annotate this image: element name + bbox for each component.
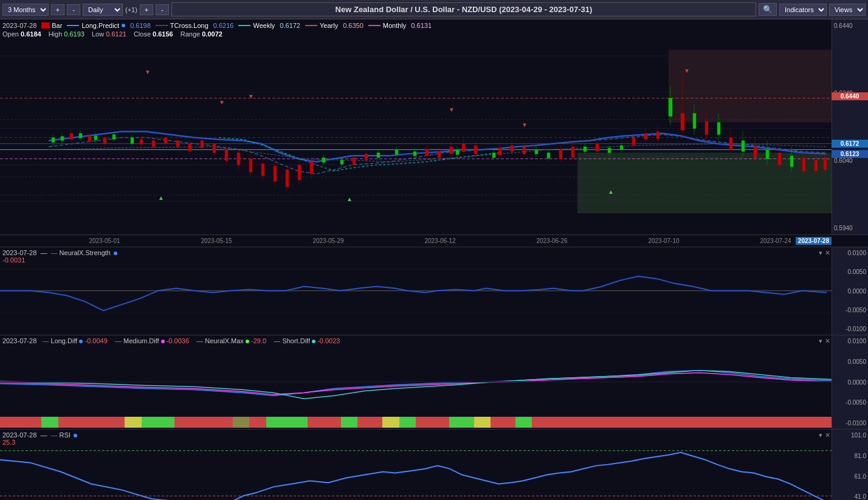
subchart3-line-icon: — xyxy=(51,431,58,439)
svg-rect-119 xyxy=(559,149,562,159)
subchart1-header: 2023-07-28 — — NeuralX.Strength -0.0031 xyxy=(2,249,117,264)
svg-text:▼: ▼ xyxy=(522,122,528,129)
long-predict-indicator: Long.Predict 0.6198 xyxy=(67,22,150,29)
subchart2-controls: ▾ ✕ xyxy=(819,337,830,345)
svg-rect-53 xyxy=(693,114,696,129)
long-predict-label: Long.Predict xyxy=(81,22,119,29)
svg-rect-75 xyxy=(176,140,179,146)
svg-rect-35 xyxy=(413,151,416,156)
tcross-val: 0.6216 xyxy=(213,22,234,29)
svg-rect-59 xyxy=(766,149,769,159)
period-add-btn[interactable]: + xyxy=(51,4,64,15)
color-seg-1 xyxy=(0,417,25,428)
svg-rect-6 xyxy=(669,50,832,123)
chart-date: 2023-07-28 xyxy=(2,22,36,29)
count-add-btn[interactable]: + xyxy=(140,4,153,15)
date-axis-labels: 2023-05-01 2023-05-15 2023-05-29 2023-06… xyxy=(49,238,832,244)
svg-rect-47 xyxy=(608,148,611,152)
subchart2-date: 2023-07-28 xyxy=(2,337,36,344)
low-item: Low 0.6121 xyxy=(92,30,126,38)
subchart3-close-btn[interactable]: ✕ xyxy=(825,431,830,439)
subchart2-mediumdiff-label: Medium.Diff xyxy=(123,337,159,344)
svg-rect-113 xyxy=(498,148,501,155)
svg-rect-109 xyxy=(462,143,465,151)
svg-rect-77 xyxy=(188,143,191,151)
svg-rect-29 xyxy=(340,160,343,164)
main-chart: ▼ ▼ ▼ ▼ ▼ ▼ ▲ ▲ ▲ 2023-07-28 Bar Long.Pr… xyxy=(0,19,868,235)
svg-rect-111 xyxy=(474,145,477,154)
monthly-indicator: Monthly 0.6131 xyxy=(368,22,432,29)
color-seg-22 xyxy=(399,417,416,428)
svg-rect-105 xyxy=(438,151,441,157)
subchart3-collapse-btn[interactable]: ▾ xyxy=(819,431,822,439)
tcross-label: TCross.Long xyxy=(170,22,208,29)
color-seg-29 xyxy=(532,417,832,428)
svg-rect-123 xyxy=(596,143,599,151)
period-sub-btn[interactable]: - xyxy=(67,4,80,15)
svg-text:▼: ▼ xyxy=(684,67,690,74)
svg-rect-61 xyxy=(790,156,793,166)
period-select[interactable]: 3 Months 1 Month 6 Months 1 Year xyxy=(2,4,49,16)
subchart2-shortdiff-label: Short.Diff xyxy=(282,337,310,344)
svg-rect-79 xyxy=(201,140,204,148)
subchart1-close-btn[interactable]: ✕ xyxy=(825,249,830,257)
svg-text:▼: ▼ xyxy=(145,69,151,75)
svg-rect-41 xyxy=(535,149,538,154)
subchart2-longdiff-val: -0.0049 xyxy=(84,337,107,344)
subchart1-scale: 0.0100 0.0050 0.0000 -0.0050 -0.0100 xyxy=(832,247,868,335)
svg-rect-57 xyxy=(742,140,745,151)
svg-rect-55 xyxy=(717,123,720,135)
subchart-neuralx-strength: 2023-07-28 — — NeuralX.Strength -0.0031 … xyxy=(0,247,868,335)
close-item: Close 0.6156 xyxy=(134,30,173,38)
color-seg-5 xyxy=(83,417,100,428)
color-seg-23 xyxy=(416,417,432,428)
yearly-indicator: Yearly 0.6350 xyxy=(305,22,363,29)
scale2-0100: 0.0100 xyxy=(834,338,866,344)
svg-rect-49 xyxy=(620,145,623,149)
svg-rect-117 xyxy=(523,146,526,154)
subchart2-collapse-btn[interactable]: ▾ xyxy=(819,337,822,345)
tcross-icon xyxy=(156,25,168,26)
svg-rect-129 xyxy=(656,131,660,139)
svg-rect-107 xyxy=(450,146,453,154)
svg-text:▼: ▼ xyxy=(248,93,254,100)
svg-rect-91 xyxy=(274,166,277,181)
timeframe-select[interactable]: Daily Weekly 1 Hour xyxy=(83,4,123,16)
svg-rect-87 xyxy=(249,159,252,172)
svg-text:▲: ▲ xyxy=(158,194,164,201)
weekly-icon xyxy=(238,25,250,26)
color-seg-2 xyxy=(25,417,41,428)
subchart1-svg xyxy=(0,247,832,335)
color-seg-18 xyxy=(324,417,340,428)
svg-rect-23 xyxy=(112,134,115,139)
open-item: Open 0.6184 xyxy=(2,30,41,38)
yearly-price-badge: 0.6440 xyxy=(832,92,868,100)
indicators-select[interactable]: Indicators xyxy=(779,4,827,16)
current-date-badge: 2023-07-28 xyxy=(796,237,832,245)
bar-label: Bar xyxy=(52,22,62,29)
subchart-rsi: 2023-07-28 — — RSI 25.3 ▾ ✕ 101.0 81.0 6… xyxy=(0,430,868,500)
subchart2-mediumdiff-val: -0.0036 xyxy=(167,337,189,344)
svg-rect-65 xyxy=(88,135,91,141)
svg-text:▲: ▲ xyxy=(608,188,614,195)
date-label-2: 2023-05-15 xyxy=(201,238,232,244)
color-seg-7 xyxy=(125,417,141,428)
svg-rect-27 xyxy=(322,157,325,162)
svg-rect-99 xyxy=(353,157,356,165)
scale2-n0100: -0.0100 xyxy=(834,420,866,426)
toolbar: 3 Months 1 Month 6 Months 1 Year + - Dai… xyxy=(0,0,868,19)
color-seg-11 xyxy=(199,417,216,428)
scale2-n0050: -0.0050 xyxy=(834,399,866,406)
subchart2-close-btn[interactable]: ✕ xyxy=(825,337,830,345)
subchart1-collapse-btn[interactable]: ▾ xyxy=(819,249,822,257)
svg-rect-135 xyxy=(729,137,732,149)
long-predict-val: 0.6198 xyxy=(130,22,151,29)
count-label: (+1) xyxy=(125,6,137,13)
high-label: High xyxy=(49,30,63,38)
views-select[interactable]: Views xyxy=(829,4,866,16)
color-seg-20 xyxy=(357,417,382,428)
subchart2-dot2 xyxy=(161,340,165,343)
search-button[interactable]: 🔍 xyxy=(759,3,777,16)
count-sub-btn[interactable]: - xyxy=(156,4,169,15)
svg-rect-67 xyxy=(103,137,106,143)
